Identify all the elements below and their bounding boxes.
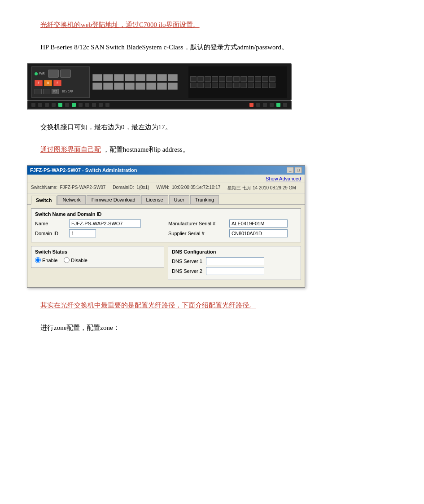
left-column: Name Domain ID	[35, 219, 164, 239]
link-text-4[interactable]: 通过图形界面自己配	[40, 146, 101, 153]
dns-config-title: DNS Configuration	[172, 249, 297, 254]
switch-status-section: Switch Status Enable Disable	[31, 246, 164, 284]
switch-status-title: Switch Status	[35, 249, 160, 254]
port-led-4	[58, 103, 62, 107]
text-3: 交换机接口可知，最右边为0，最左边为17。	[40, 123, 172, 131]
tab-firmware[interactable]: Firmware Download	[87, 195, 140, 204]
dns-config-group: DNS Configuration DNS Server 1 DNS Serve…	[168, 246, 301, 280]
port-led-3	[52, 103, 56, 107]
paragraph-5: 其实在光纤交换机中最重要的是配置光纤路径，下面介绍配置光纤路径。	[27, 298, 397, 312]
led-power	[35, 72, 38, 75]
switch-admin-screenshot: FJFZ-PS-WAP2-SW07 - Switch Administratio…	[27, 165, 397, 288]
dns-config-section: DNS Configuration DNS Server 1 DNS Serve…	[168, 246, 301, 284]
tab-trunking[interactable]: Trunking	[190, 195, 219, 204]
text-2: HP B-series 8/12c SAN Switch BladeSystem…	[40, 44, 288, 51]
domain-id-label: Domain ID	[35, 231, 66, 236]
tab-user[interactable]: User	[169, 195, 189, 204]
port-led-16	[276, 103, 280, 107]
dns1-label: DNS Server 1	[172, 259, 203, 264]
switch-name-info: SwitchName: FJFZ-PS-WAP2-SW07	[31, 185, 105, 191]
port-led-12	[249, 103, 254, 107]
port-led-5	[65, 103, 69, 107]
status-dns-section: Switch Status Enable Disable	[31, 246, 301, 284]
dns2-input[interactable]	[206, 267, 264, 275]
switch-device: PWR F U F F2 BC/	[27, 63, 292, 101]
disable-radio[interactable]	[64, 257, 70, 263]
paragraph-3: 交换机接口可知，最右边为0，最左边为17。	[27, 120, 397, 134]
name-input[interactable]	[69, 219, 141, 228]
port-led-17	[283, 103, 287, 107]
section-title-1: Switch Name and Domain ID	[35, 211, 297, 217]
domain-id-info: DomainID: 1(0x1)	[113, 185, 149, 191]
port-led-6	[72, 103, 76, 107]
date-info: 星期三 七月 14 2010 08:29:29 GM	[227, 185, 296, 191]
enable-label[interactable]: Enable	[35, 257, 57, 263]
disable-label[interactable]: Disable	[64, 257, 87, 263]
window-body: Switch Name and Domain ID Name Domain ID	[27, 205, 305, 287]
port-led-14	[263, 103, 267, 107]
paragraph-4: 通过图形界面自己配 ，配置hostname和ip address。	[27, 143, 397, 156]
port-led-1	[38, 103, 42, 107]
paragraph-2: HP B-series 8/12c SAN Switch BladeSystem…	[27, 40, 397, 54]
dns1-row: DNS Server 1	[172, 257, 297, 265]
name-label: Name	[35, 221, 66, 226]
window-title: FJFZ-PS-WAP2-SW07 - Switch Administratio…	[30, 167, 137, 173]
name-row: Name	[35, 219, 164, 228]
port-led-13	[256, 103, 260, 107]
enable-radio[interactable]	[35, 257, 41, 263]
left-panel: PWR F U F F2 BC/	[31, 66, 90, 98]
maximize-button[interactable]: □	[295, 167, 302, 173]
link-text-1[interactable]: 光纤交换机的web登陆地址，通过C7000 ilo界面设置。	[40, 21, 200, 28]
window-titlebar: FJFZ-PS-WAP2-SW07 - Switch Administratio…	[27, 166, 305, 175]
switch-name-domain-section: Switch Name and Domain ID Name Domain ID	[31, 208, 301, 242]
dns1-input[interactable]	[206, 257, 264, 265]
manufacturer-serial-input[interactable]	[229, 219, 288, 228]
switch-admin-window: FJFZ-PS-WAP2-SW07 - Switch Administratio…	[27, 165, 305, 288]
dns2-row: DNS Server 2	[172, 267, 297, 275]
port-led-10	[99, 103, 103, 107]
text-6: 进行zone配置，配置zone：	[40, 324, 120, 331]
tab-license[interactable]: License	[141, 195, 168, 204]
right-panel	[188, 66, 287, 98]
enable-disable-row: Enable Disable	[35, 257, 160, 263]
info-bar: SwitchName: FJFZ-PS-WAP2-SW07 DomainID: …	[27, 183, 305, 193]
port-led-9	[92, 103, 96, 107]
port-led-11	[105, 103, 109, 107]
right-column: Manufacturer Serial # Supplier Serial #	[168, 219, 297, 239]
tabs-row: Switch Network Firmware Download License…	[27, 193, 305, 205]
show-advanced-link[interactable]: Show Advanced	[266, 176, 301, 181]
domain-id-input[interactable]	[69, 229, 96, 237]
name-domain-columns: Name Domain ID Manufacturer Serial #	[35, 219, 297, 239]
domain-id-row: Domain ID	[35, 229, 164, 237]
switch-hardware-image: PWR F U F F2 BC/	[27, 63, 397, 110]
window-controls[interactable]: _ □	[287, 167, 302, 173]
text-4: ，配置hostname和ip address。	[103, 146, 189, 153]
port-led-0	[31, 103, 35, 107]
mid-panel	[92, 74, 186, 90]
supplier-serial-label: Supplier Serial #	[168, 231, 227, 236]
link-text-5[interactable]: 其实在光纤交换机中最重要的是配置光纤路径，下面介绍配置光纤路径。	[40, 302, 256, 309]
tab-switch[interactable]: Switch	[31, 196, 57, 205]
manufacturer-serial-row: Manufacturer Serial #	[168, 219, 297, 228]
tab-network[interactable]: Network	[57, 195, 85, 204]
minimize-button[interactable]: _	[287, 167, 294, 173]
port-led-2	[45, 103, 49, 107]
show-advanced-bar: Show Advanced	[27, 175, 305, 183]
paragraph-6: 进行zone配置，配置zone：	[27, 321, 397, 334]
supplier-serial-input[interactable]	[229, 229, 288, 237]
manufacturer-serial-label: Manufacturer Serial #	[168, 221, 227, 226]
port-led-7	[79, 103, 83, 107]
paragraph-1: 光纤交换机的web登陆地址，通过C7000 ilo界面设置。	[27, 18, 397, 31]
port-led-15	[270, 103, 274, 107]
switch-status-group: Switch Status Enable Disable	[31, 246, 164, 268]
dns2-label: DNS Server 2	[172, 268, 203, 274]
supplier-serial-row: Supplier Serial #	[168, 229, 297, 237]
wwn-info: WWN: 10:06:00:05:1e:72:10:17	[157, 185, 221, 191]
port-led-8	[85, 103, 89, 107]
